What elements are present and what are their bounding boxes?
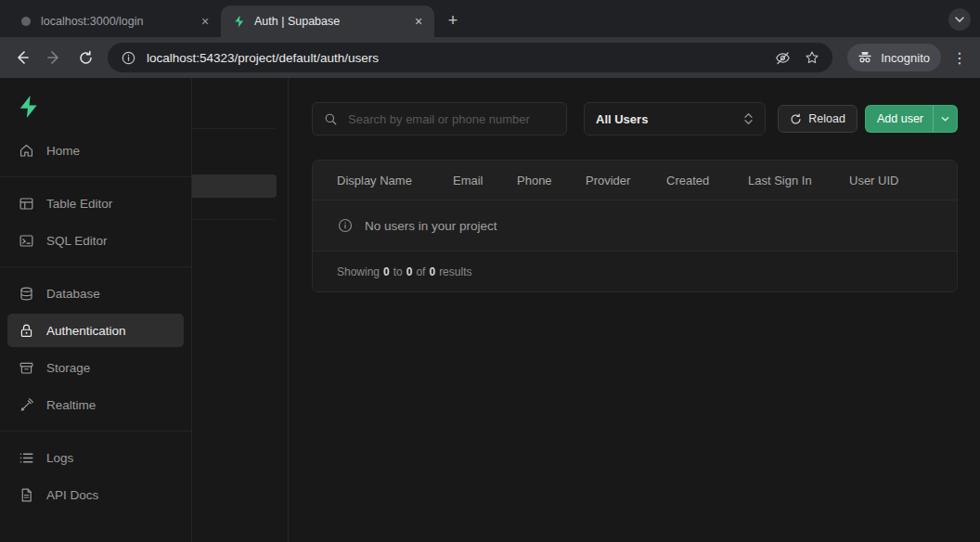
table-icon	[18, 196, 34, 212]
sidebar-item-database[interactable]: Database	[7, 277, 184, 310]
refresh-icon	[790, 113, 802, 125]
sidebar-item-storage[interactable]: Storage	[7, 351, 184, 384]
subnav-selected-item[interactable]	[192, 174, 277, 198]
footer-total: 0	[429, 265, 435, 278]
column-header-user-uid: User UID	[849, 174, 957, 187]
users-page: All Users Reload Add user	[289, 78, 980, 542]
address-bar[interactable]: localhost:54323/project/default/auth/use…	[108, 43, 832, 72]
sidebar-item-label: Authentication	[46, 324, 126, 338]
tab-supabase-auth[interactable]: Auth | Supabase ×	[221, 6, 434, 37]
column-header-created: Created	[666, 174, 748, 187]
column-header-display-name: Display Name	[337, 174, 453, 187]
search-icon	[324, 112, 338, 126]
forward-icon[interactable]	[39, 43, 69, 72]
new-tab-button[interactable]: +	[440, 7, 466, 33]
table-footer: Showing 0 to 0 of 0 results	[313, 252, 957, 291]
add-user-label: Add user	[877, 112, 923, 125]
lock-icon	[18, 323, 34, 339]
toolbar-actions: Reload Add user	[778, 105, 958, 133]
close-tab-icon[interactable]: ×	[410, 13, 427, 30]
incognito-label: Incognito	[881, 51, 930, 65]
reload-page-icon[interactable]	[71, 43, 100, 72]
tab-title: localhost:3000/login	[41, 15, 189, 28]
back-icon[interactable]	[7, 43, 37, 72]
user-filter-select[interactable]: All Users	[584, 102, 766, 136]
sidebar-item-authentication[interactable]: Authentication	[7, 314, 184, 347]
footer-to: 0	[406, 265, 413, 278]
sidebar-item-label: Logs	[46, 451, 73, 465]
search-input[interactable]	[346, 111, 555, 127]
sidebar-item-realtime[interactable]: Realtime	[7, 388, 184, 421]
sidebar-item-label: Table Editor	[46, 197, 112, 211]
sidebar-item-sql-editor[interactable]: SQL Editor	[7, 224, 184, 257]
sidebar-item-table-editor[interactable]: Table Editor	[7, 187, 184, 220]
bookmark-star-icon[interactable]	[801, 46, 823, 69]
column-header-phone: Phone	[517, 174, 586, 187]
reload-label: Reload	[808, 112, 845, 125]
sidebar-divider	[0, 176, 191, 177]
database-icon	[18, 286, 34, 302]
chevron-updown-icon	[743, 112, 754, 125]
document-icon	[18, 487, 34, 503]
sidebar-divider	[0, 431, 191, 432]
table-header-row: Display Name Email Phone Provider Create…	[313, 161, 957, 200]
incognito-icon	[857, 49, 873, 66]
footer-of-word: of	[416, 265, 425, 278]
sidebar-item-label: SQL Editor	[46, 234, 108, 248]
footer-to-word: to	[393, 265, 403, 278]
realtime-broadcast-icon	[18, 397, 34, 413]
close-tab-icon[interactable]: ×	[197, 13, 213, 30]
supabase-favicon	[232, 14, 247, 29]
storage-archive-icon	[18, 360, 34, 376]
sql-terminal-icon	[18, 233, 34, 249]
info-icon	[338, 218, 353, 233]
chevron-down-icon[interactable]	[933, 106, 957, 132]
sidebar-item-label: Database	[46, 287, 100, 301]
incognito-badge: Incognito	[847, 44, 941, 71]
add-user-button[interactable]: Add user	[865, 105, 958, 133]
eye-off-icon[interactable]	[771, 46, 793, 69]
home-icon	[18, 143, 34, 159]
site-info-icon[interactable]	[117, 46, 139, 69]
sidebar-item-label: Home	[46, 144, 80, 158]
primary-sidebar: Home Table Editor SQL Editor Database	[0, 78, 192, 542]
tab-localhost-login[interactable]: localhost:3000/login ×	[7, 6, 221, 37]
filter-value: All Users	[596, 112, 648, 126]
sidebar-item-label: Storage	[46, 361, 90, 375]
tab-strip: localhost:3000/login × Auth | Supabase ×…	[0, 0, 980, 37]
sidebar-divider	[0, 266, 191, 267]
footer-showing: Showing	[337, 265, 380, 278]
users-table: Display Name Email Phone Provider Create…	[312, 160, 958, 292]
subnav-divider	[192, 128, 275, 129]
empty-state-row: No users in your project	[313, 200, 957, 252]
page-favicon	[19, 14, 33, 29]
browser-toolbar: localhost:54323/project/default/auth/use…	[0, 37, 980, 78]
column-header-email: Email	[453, 174, 517, 187]
supabase-studio: Home Table Editor SQL Editor Database	[0, 78, 980, 542]
footer-results-word: results	[439, 265, 471, 278]
sidebar-item-label: API Docs	[46, 488, 98, 502]
url-text: localhost:54323/project/default/auth/use…	[147, 51, 764, 65]
logs-list-icon	[18, 450, 34, 466]
column-header-provider: Provider	[586, 174, 666, 187]
user-search[interactable]	[312, 102, 567, 136]
supabase-logo[interactable]	[0, 87, 191, 132]
sidebar-item-api-docs[interactable]: API Docs	[7, 478, 184, 511]
secondary-sidebar	[192, 78, 289, 542]
users-toolbar: All Users Reload Add user	[312, 102, 958, 136]
tab-search-chevron-icon[interactable]	[948, 8, 971, 31]
tab-title: Auth | Supabase	[254, 15, 403, 28]
browser-chrome: localhost:3000/login × Auth | Supabase ×…	[0, 0, 980, 78]
browser-menu-icon[interactable]: ⋮	[947, 45, 973, 71]
sidebar-item-logs[interactable]: Logs	[7, 441, 184, 474]
subnav-divider	[192, 219, 275, 220]
column-header-last-sign-in: Last Sign In	[748, 174, 849, 187]
footer-from: 0	[383, 265, 390, 278]
sidebar-item-label: Realtime	[46, 398, 96, 412]
empty-message: No users in your project	[365, 219, 497, 233]
reload-button[interactable]: Reload	[778, 105, 858, 133]
sidebar-item-home[interactable]: Home	[7, 134, 184, 167]
